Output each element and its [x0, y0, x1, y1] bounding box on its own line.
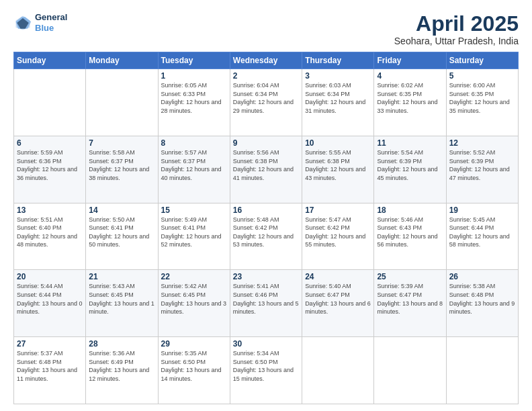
- daylight-text: Daylight: 12 hours and 35 minutes.: [449, 99, 510, 114]
- cell-info: Sunrise: 5:50 AMSunset: 6:41 PMDaylight:…: [89, 216, 154, 249]
- col-monday: Monday: [86, 52, 158, 69]
- calendar-week-row: 20Sunrise: 5:44 AMSunset: 6:44 PMDayligh…: [14, 270, 519, 337]
- logo-line2: Blue: [35, 23, 67, 34]
- table-row: 22Sunrise: 5:42 AMSunset: 6:45 PMDayligh…: [158, 270, 230, 337]
- sunrise-text: Sunrise: 6:02 AM: [377, 82, 423, 89]
- sunrise-text: Sunrise: 5:55 AM: [305, 149, 351, 156]
- day-number: 16: [233, 205, 299, 215]
- calendar-week-row: 27Sunrise: 5:37 AMSunset: 6:48 PMDayligh…: [14, 337, 519, 404]
- sunrise-text: Sunrise: 5:35 AM: [161, 350, 208, 357]
- sunrise-text: Sunrise: 6:03 AM: [305, 82, 351, 89]
- cell-info: Sunrise: 5:45 AMSunset: 6:44 PMDaylight:…: [449, 216, 515, 249]
- day-number: 1: [161, 71, 227, 81]
- table-row: 28Sunrise: 5:36 AMSunset: 6:49 PMDayligh…: [86, 337, 158, 404]
- cell-info: Sunrise: 5:37 AMSunset: 6:48 PMDaylight:…: [17, 349, 83, 383]
- cell-info: Sunrise: 5:47 AMSunset: 6:42 PMDaylight:…: [305, 216, 371, 249]
- subtitle: Seohara, Uttar Pradesh, India: [394, 36, 519, 46]
- cell-info: Sunrise: 5:54 AMSunset: 6:39 PMDaylight:…: [377, 148, 443, 182]
- day-number: 7: [89, 138, 154, 148]
- col-thursday: Thursday: [302, 52, 374, 69]
- sunrise-text: Sunrise: 5:52 AM: [449, 149, 496, 156]
- cell-info: Sunrise: 6:02 AMSunset: 6:35 PMDaylight:…: [377, 81, 443, 115]
- table-row: 12Sunrise: 5:52 AMSunset: 6:39 PMDayligh…: [446, 136, 518, 203]
- daylight-text: Daylight: 13 hours and 1 minute.: [89, 300, 154, 316]
- cell-info: Sunrise: 5:57 AMSunset: 6:37 PMDaylight:…: [161, 148, 227, 182]
- cell-info: Sunrise: 5:36 AMSunset: 6:49 PMDaylight:…: [89, 349, 154, 383]
- daylight-text: Daylight: 12 hours and 55 minutes.: [305, 233, 365, 248]
- sunset-text: Sunset: 6:47 PM: [377, 291, 422, 298]
- sunrise-text: Sunrise: 5:45 AM: [449, 216, 496, 223]
- daylight-text: Daylight: 12 hours and 56 minutes.: [377, 233, 437, 248]
- daylight-text: Daylight: 13 hours and 5 minutes.: [233, 300, 299, 316]
- day-number: 28: [89, 339, 154, 349]
- cell-info: Sunrise: 5:39 AMSunset: 6:47 PMDaylight:…: [377, 282, 443, 316]
- day-number: 13: [17, 205, 83, 215]
- cell-info: Sunrise: 5:44 AMSunset: 6:44 PMDaylight:…: [17, 282, 83, 316]
- daylight-text: Daylight: 12 hours and 41 minutes.: [233, 166, 294, 181]
- table-row: 29Sunrise: 5:35 AMSunset: 6:50 PMDayligh…: [158, 337, 230, 404]
- sunset-text: Sunset: 6:34 PM: [305, 91, 350, 97]
- sunset-text: Sunset: 6:35 PM: [449, 91, 494, 97]
- calendar-table: Sunday Monday Tuesday Wednesday Thursday…: [13, 52, 519, 404]
- sunset-text: Sunset: 6:41 PM: [161, 224, 206, 231]
- cell-info: Sunrise: 5:35 AMSunset: 6:50 PMDaylight:…: [161, 349, 227, 383]
- daylight-text: Daylight: 12 hours and 38 minutes.: [89, 166, 149, 181]
- sunset-text: Sunset: 6:35 PM: [377, 91, 422, 97]
- daylight-text: Daylight: 13 hours and 6 minutes.: [305, 300, 371, 316]
- day-number: 25: [377, 272, 443, 281]
- calendar-week-row: 1Sunrise: 6:05 AMSunset: 6:33 PMDaylight…: [14, 69, 519, 136]
- table-row: 3Sunrise: 6:03 AMSunset: 6:34 PMDaylight…: [302, 69, 374, 136]
- daylight-text: Daylight: 12 hours and 58 minutes.: [449, 233, 510, 248]
- sunrise-text: Sunrise: 5:43 AM: [89, 283, 135, 289]
- day-number: 18: [377, 205, 443, 215]
- sunset-text: Sunset: 6:42 PM: [233, 224, 278, 231]
- sunset-text: Sunset: 6:34 PM: [233, 91, 278, 97]
- day-number: 19: [449, 205, 515, 215]
- sunrise-text: Sunrise: 5:36 AM: [89, 350, 135, 357]
- table-row: 5Sunrise: 6:00 AMSunset: 6:35 PMDaylight…: [446, 69, 518, 136]
- sunset-text: Sunset: 6:36 PM: [17, 158, 62, 165]
- sunset-text: Sunset: 6:43 PM: [377, 224, 422, 231]
- cell-info: Sunrise: 6:04 AMSunset: 6:34 PMDaylight:…: [233, 81, 299, 115]
- daylight-text: Daylight: 12 hours and 36 minutes.: [17, 166, 77, 181]
- daylight-text: Daylight: 12 hours and 47 minutes.: [449, 166, 510, 181]
- table-row: 1Sunrise: 6:05 AMSunset: 6:33 PMDaylight…: [158, 69, 230, 136]
- sunrise-text: Sunrise: 6:04 AM: [233, 82, 279, 89]
- sunrise-text: Sunrise: 5:54 AM: [377, 149, 423, 156]
- table-row: [302, 337, 374, 404]
- table-row: [14, 69, 86, 136]
- cell-info: Sunrise: 5:38 AMSunset: 6:48 PMDaylight:…: [449, 282, 515, 316]
- sunset-text: Sunset: 6:49 PM: [89, 359, 134, 365]
- sunset-text: Sunset: 6:33 PM: [161, 91, 206, 97]
- sunset-text: Sunset: 6:42 PM: [305, 224, 350, 231]
- day-number: 22: [161, 272, 227, 281]
- table-row: 19Sunrise: 5:45 AMSunset: 6:44 PMDayligh…: [446, 203, 518, 270]
- day-number: 26: [449, 272, 515, 281]
- sunset-text: Sunset: 6:38 PM: [233, 158, 278, 165]
- sunset-text: Sunset: 6:37 PM: [161, 158, 206, 165]
- sunrise-text: Sunrise: 5:46 AM: [377, 216, 423, 223]
- daylight-text: Daylight: 12 hours and 52 minutes.: [161, 233, 222, 248]
- daylight-text: Daylight: 12 hours and 33 minutes.: [377, 99, 437, 114]
- table-row: 27Sunrise: 5:37 AMSunset: 6:48 PMDayligh…: [14, 337, 86, 404]
- sunrise-text: Sunrise: 5:49 AM: [161, 216, 208, 223]
- sunset-text: Sunset: 6:48 PM: [17, 359, 62, 365]
- sunset-text: Sunset: 6:47 PM: [305, 291, 350, 298]
- day-number: 3: [305, 71, 371, 81]
- cell-info: Sunrise: 6:05 AMSunset: 6:33 PMDaylight:…: [161, 81, 227, 115]
- day-number: 5: [449, 71, 515, 81]
- table-row: 26Sunrise: 5:38 AMSunset: 6:48 PMDayligh…: [446, 270, 518, 337]
- daylight-text: Daylight: 12 hours and 43 minutes.: [305, 166, 365, 181]
- calendar-header-row: Sunday Monday Tuesday Wednesday Thursday…: [14, 52, 519, 69]
- table-row: 16Sunrise: 5:48 AMSunset: 6:42 PMDayligh…: [230, 203, 302, 270]
- day-number: 21: [89, 272, 154, 281]
- table-row: 10Sunrise: 5:55 AMSunset: 6:38 PMDayligh…: [302, 136, 374, 203]
- table-row: 2Sunrise: 6:04 AMSunset: 6:34 PMDaylight…: [230, 69, 302, 136]
- col-tuesday: Tuesday: [158, 52, 230, 69]
- table-row: 25Sunrise: 5:39 AMSunset: 6:47 PMDayligh…: [374, 270, 446, 337]
- sunrise-text: Sunrise: 5:34 AM: [233, 350, 279, 357]
- sunset-text: Sunset: 6:46 PM: [233, 291, 278, 298]
- logo-icon: [13, 13, 32, 32]
- sunset-text: Sunset: 6:39 PM: [377, 158, 422, 165]
- sunrise-text: Sunrise: 5:59 AM: [17, 149, 63, 156]
